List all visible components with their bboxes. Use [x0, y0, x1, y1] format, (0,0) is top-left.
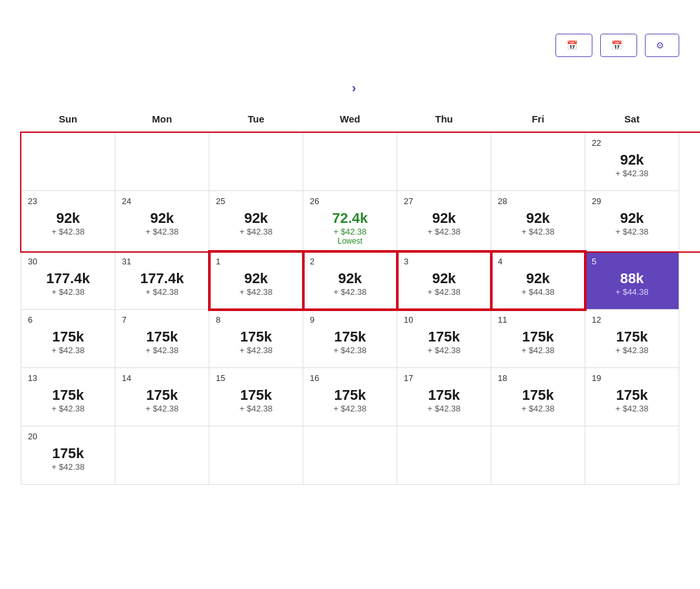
- fare-points: 88k: [592, 270, 672, 287]
- fare-cash: + $42.38: [216, 345, 296, 355]
- fare-points: 175k: [404, 329, 484, 345]
- calendar-cell[interactable]: 16175k+ $42.38: [303, 368, 397, 426]
- hide-flexible-button[interactable]: 📅: [555, 34, 592, 57]
- calendar-cell[interactable]: 8175k+ $42.38: [209, 310, 303, 368]
- fare-cash: + $42.38: [592, 345, 672, 355]
- calendar-cell[interactable]: 15175k+ $42.38: [209, 368, 303, 426]
- fare-points: 92k: [498, 270, 578, 287]
- day-header-wed: Wed: [303, 108, 397, 133]
- fare-points: 92k: [404, 270, 484, 287]
- fare-points: 92k: [122, 210, 202, 227]
- fare-points: 92k: [498, 210, 578, 227]
- calendar-cell[interactable]: 10175k+ $42.38: [397, 310, 491, 368]
- day-number: 15: [216, 373, 296, 383]
- day-number: 9: [310, 315, 390, 325]
- seven-day-icon: 📅: [611, 40, 622, 51]
- toolbar: 📅 📅 ⚙: [21, 34, 679, 57]
- seven-day-calendar-button[interactable]: 📅: [600, 34, 637, 57]
- fare-points: 175k: [498, 329, 578, 345]
- day-number: 3: [404, 257, 484, 266]
- calendar-cell[interactable]: 17175k+ $42.38: [397, 368, 491, 426]
- fare-points: 175k: [216, 329, 296, 345]
- day-number: 12: [592, 315, 672, 325]
- day-header-sat: Sat: [585, 108, 679, 133]
- day-number: 30: [28, 257, 108, 266]
- fare-points: 92k: [216, 210, 296, 227]
- fare-cash: + $42.38: [498, 345, 578, 355]
- calendar-cell[interactable]: 19175k+ $42.38: [585, 368, 679, 426]
- calendar-cell[interactable]: 20175k+ $42.38: [21, 426, 115, 485]
- calendar-cell[interactable]: 9175k+ $42.38: [303, 310, 397, 368]
- fare-cash: + $42.38: [28, 345, 108, 355]
- fare-cash: + $42.38: [592, 168, 672, 178]
- day-number: 13: [28, 373, 108, 383]
- day-header-fri: Fri: [491, 108, 585, 133]
- calendar-header-row: SunMonTueWedThuFriSat: [21, 108, 679, 133]
- fare-points: 92k: [310, 270, 390, 287]
- day-number: 24: [122, 196, 202, 206]
- fare-points: 92k: [592, 152, 672, 168]
- calendar-week-0: 2292k+ $42.38: [21, 133, 679, 191]
- calendar-cell[interactable]: 2392k+ $42.38: [21, 191, 115, 251]
- fare-points: 177.4k: [28, 270, 108, 287]
- day-number: 7: [122, 315, 202, 325]
- day-number: 22: [592, 138, 672, 148]
- fare-points: 175k: [122, 387, 202, 404]
- calendar-cell[interactable]: 14175k+ $42.38: [115, 368, 209, 426]
- fare-cash: + $42.38: [310, 227, 390, 237]
- calendar-cell[interactable]: 588k+ $44.38: [585, 251, 679, 310]
- fare-cash: + $42.38: [310, 345, 390, 355]
- calendar-cell[interactable]: 2492k+ $42.38: [115, 191, 209, 251]
- day-number: 23: [28, 196, 108, 206]
- calendar-cell[interactable]: 2672.4k+ $42.38Lowest: [303, 191, 397, 251]
- calendar-cell[interactable]: 30177.4k+ $42.38: [21, 251, 115, 310]
- calendar-cell[interactable]: 492k+ $44.38: [491, 251, 585, 310]
- calendar-cell[interactable]: 18175k+ $42.38: [491, 368, 585, 426]
- calendar-cell[interactable]: 292k+ $42.38: [303, 251, 397, 310]
- calendar-cell[interactable]: 6175k+ $42.38: [21, 310, 115, 368]
- calendar-cell[interactable]: 392k+ $42.38: [397, 251, 491, 310]
- day-number: 1: [216, 257, 296, 266]
- day-number: 28: [498, 196, 578, 206]
- next-arrow[interactable]: ›: [347, 78, 362, 98]
- fare-points: 92k: [216, 270, 296, 287]
- filter-icon: ⚙: [656, 40, 664, 51]
- fare-cash: + $42.38: [592, 227, 672, 237]
- calendar-cell[interactable]: 13175k+ $42.38: [21, 368, 115, 426]
- day-number: 17: [404, 373, 484, 383]
- calendar-cell[interactable]: 2792k+ $42.38: [397, 191, 491, 251]
- calendar-cell: [303, 133, 397, 191]
- calendar-nav: ›: [21, 78, 679, 98]
- fare-cash: + $42.38: [404, 345, 484, 355]
- day-number: 20: [28, 432, 108, 441]
- fare-cash: + $42.38: [498, 404, 578, 413]
- fare-lowest-label: Lowest: [310, 237, 390, 246]
- fare-cash: + $42.38: [592, 404, 672, 413]
- calendar-cell[interactable]: 31177.4k+ $42.38: [115, 251, 209, 310]
- calendar-cell[interactable]: 2292k+ $42.38: [585, 133, 679, 191]
- fare-points: 92k: [592, 210, 672, 227]
- calendar-cell[interactable]: 11175k+ $42.38: [491, 310, 585, 368]
- fare-points: 92k: [404, 210, 484, 227]
- calendar-cell[interactable]: 2992k+ $42.38: [585, 191, 679, 251]
- fare-points: 175k: [216, 387, 296, 404]
- fare-cash: + $42.38: [498, 227, 578, 237]
- calendar-cell[interactable]: 7175k+ $42.38: [115, 310, 209, 368]
- calendar-cell[interactable]: 2892k+ $42.38: [491, 191, 585, 251]
- calendar-table: SunMonTueWedThuFriSat 2292k+ $42.382392k…: [21, 108, 679, 485]
- calendar-cell[interactable]: 12175k+ $42.38: [585, 310, 679, 368]
- calendar-cell[interactable]: 192k+ $42.38: [209, 251, 303, 310]
- fare-cash: + $42.38: [28, 404, 108, 413]
- fare-cash: + $42.38: [28, 287, 108, 297]
- day-header-mon: Mon: [115, 108, 209, 133]
- fare-points: 177.4k: [122, 270, 202, 287]
- sort-filter-button[interactable]: ⚙: [645, 34, 679, 57]
- fare-cash: + $42.38: [122, 227, 202, 237]
- fare-cash: + $42.38: [216, 227, 296, 237]
- calendar-cell: [585, 426, 679, 485]
- day-header-thu: Thu: [397, 108, 491, 133]
- fare-points: 175k: [28, 329, 108, 345]
- fare-points: 72.4k: [310, 210, 390, 227]
- fare-cash: + $42.38: [310, 287, 390, 297]
- calendar-cell[interactable]: 2592k+ $42.38: [209, 191, 303, 251]
